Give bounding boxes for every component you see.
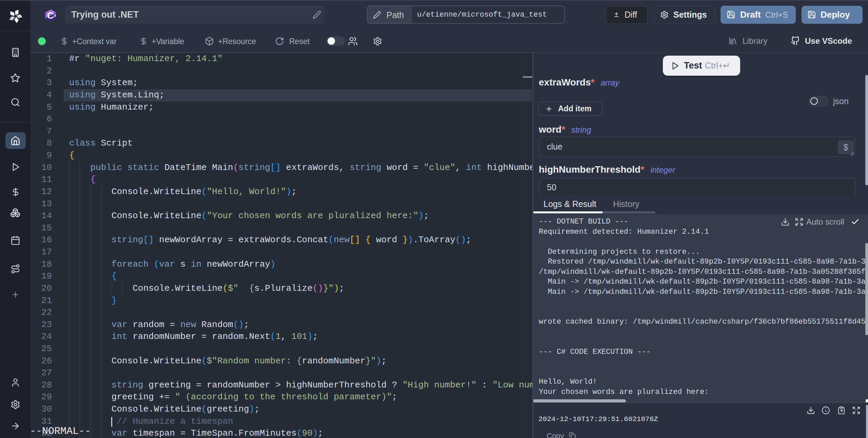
svg-text:C: C — [47, 10, 54, 21]
svg-text:#: # — [54, 13, 56, 18]
